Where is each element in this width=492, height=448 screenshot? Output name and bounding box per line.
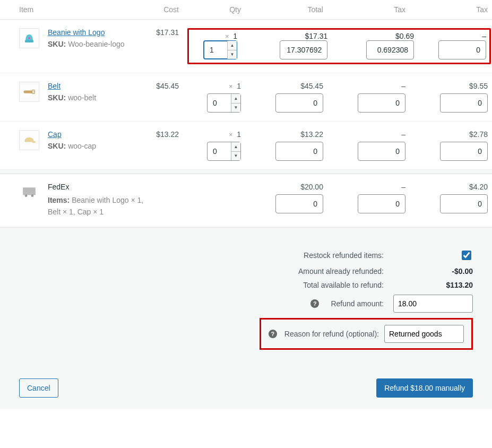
product-thumbnail[interactable]	[19, 82, 39, 102]
shipping-refund-tax2-input[interactable]	[440, 194, 488, 213]
shipping-refund-tax1-display: –	[332, 183, 405, 191]
refund-total-display: $13.22	[249, 130, 323, 139]
refund-total-cell: $13.22	[245, 122, 327, 170]
svg-rect-0	[25, 40, 33, 42]
refund-tax1-display: –	[332, 82, 405, 90]
svg-point-6	[25, 194, 28, 197]
header-qty: Qty	[183, 0, 245, 20]
refund-tax1-display: –	[332, 130, 405, 139]
available-refund-row: Total available to refund: $113.20	[19, 281, 473, 289]
cost-cell: $17.31	[152, 20, 183, 73]
stepper-down-icon[interactable]: ▼	[231, 104, 240, 113]
product-link[interactable]: Cap	[48, 130, 62, 139]
svg-point-1	[28, 37, 30, 39]
refund-tax1-input[interactable]	[358, 93, 405, 113]
refund-manually-button[interactable]: Refund $18.00 manually	[376, 378, 473, 398]
item-name-cell: CapSKU: woo-cap	[44, 122, 152, 170]
product-link[interactable]: Beanie with Logo	[48, 28, 105, 37]
refund-tax1-input[interactable]	[366, 40, 414, 59]
header-tax2: Tax	[410, 0, 492, 20]
cost-cell: $13.22	[152, 122, 183, 170]
truck-icon	[19, 183, 39, 197]
shipping-refund-tax2-cell: $4.20	[410, 174, 492, 227]
product-link[interactable]: Belt	[48, 82, 61, 90]
refund-tax2-cell: $9.55	[410, 73, 492, 122]
table-row: CapSKU: woo-cap$13.22× 1▲▼$13.22–$2.78	[0, 122, 492, 170]
already-refunded-label: Amount already refunded:	[298, 267, 384, 275]
refund-actions: Cancel Refund $18.00 manually	[0, 371, 492, 409]
items-table: Item Cost Qty Total Tax Tax Beanie with …	[0, 0, 492, 227]
refund-tax2-input[interactable]	[440, 93, 488, 113]
refund-amount-label: Refund amount:	[331, 299, 384, 308]
refund-total-input[interactable]	[275, 93, 323, 113]
refund-total-display: $17.31	[305, 32, 328, 40]
refund-qty-cell: × 1▲▼	[183, 122, 245, 170]
refund-reason-row: ? Reason for refund (optional):	[19, 318, 473, 350]
shipping-refund-total-input[interactable]	[275, 194, 323, 213]
sku-label: SKU:	[48, 142, 66, 150]
refund-total-cell: $45.45	[245, 73, 327, 122]
refund-tax1-display: $0.69	[395, 32, 414, 40]
refund-reason-label: Reason for refund (optional):	[284, 330, 379, 338]
refund-tax2-input[interactable]	[440, 142, 488, 161]
refund-total-input[interactable]	[280, 40, 327, 59]
refund-tax2-display: $2.78	[414, 130, 488, 139]
shipping-refund-tax2-display: $4.20	[414, 183, 488, 191]
stepper-down-icon[interactable]: ▼	[231, 152, 240, 161]
already-refunded-value: -$0.00	[393, 267, 473, 275]
restock-checkbox[interactable]	[462, 251, 471, 260]
refund-qty-cell: × 1▲▼	[183, 73, 245, 122]
item-name-cell: BeltSKU: woo-belt	[44, 73, 152, 122]
refund-highlight-group: × 1▲▼$17.31$0.69–	[183, 20, 492, 73]
stepper-up-icon[interactable]: ▲	[231, 142, 240, 152]
refund-qty-display: × 1	[225, 32, 237, 40]
refund-tax1-input[interactable]	[358, 142, 405, 161]
header-cost: Cost	[152, 0, 183, 20]
stepper-down-icon[interactable]: ▼	[228, 50, 237, 59]
restock-label: Restock refunded items:	[304, 251, 384, 260]
product-thumbnail[interactable]	[19, 130, 39, 150]
table-row: Beanie with LogoSKU: Woo-beanie-logo$17.…	[0, 20, 492, 73]
shipping-items-label: Items:	[48, 196, 70, 204]
shipping-refund-total-display: $20.00	[249, 183, 323, 191]
shipping-refund-tax1-input[interactable]	[358, 194, 405, 213]
sku-label: SKU:	[48, 93, 66, 102]
refund-total-input[interactable]	[275, 142, 323, 161]
refund-qty-display: × 1	[187, 82, 241, 90]
cancel-button[interactable]: Cancel	[19, 378, 58, 398]
sku-value: woo-belt	[68, 93, 96, 102]
already-refunded-row: Amount already refunded: -$0.00	[19, 267, 473, 275]
available-refund-value: $113.20	[393, 281, 473, 289]
product-thumbnail[interactable]	[19, 28, 39, 48]
svg-point-4	[32, 141, 36, 143]
refund-tax1-cell: –	[327, 122, 410, 170]
stepper-up-icon[interactable]: ▲	[228, 41, 237, 50]
refund-tax2-display: $9.55	[414, 82, 488, 90]
reason-highlight: ? Reason for refund (optional):	[260, 318, 473, 350]
order-items-panel: Item Cost Qty Total Tax Tax Beanie with …	[0, 0, 492, 409]
shipping-refund-total-cell: $20.00	[245, 174, 327, 227]
svg-rect-3	[32, 90, 34, 94]
refund-tax2-input[interactable]	[438, 40, 486, 59]
help-icon[interactable]: ?	[269, 330, 277, 338]
stepper-up-icon[interactable]: ▲	[231, 94, 240, 104]
table-row: BeltSKU: woo-belt$45.45× 1▲▼$45.45–$9.55	[0, 73, 492, 122]
sku-value: Woo-beanie-logo	[68, 40, 124, 48]
shipping-row: FedExItems: Beanie with Logo × 1, Belt ×…	[0, 174, 492, 227]
header-item: Item	[0, 0, 152, 20]
refund-totals: Restock refunded items: Amount already r…	[0, 227, 492, 371]
refund-reason-input[interactable]	[384, 325, 464, 343]
shipping-name-cell: FedExItems: Beanie with Logo × 1, Belt ×…	[44, 174, 152, 227]
refund-qty-display: × 1	[187, 130, 241, 139]
svg-point-7	[31, 194, 34, 197]
header-total: Total	[245, 0, 327, 20]
refund-tax2-display: –	[482, 32, 486, 40]
help-icon[interactable]: ?	[310, 299, 319, 308]
refund-total-display: $45.45	[249, 82, 323, 90]
available-refund-label: Total available to refund:	[303, 281, 384, 289]
sku-label: SKU:	[48, 40, 66, 48]
shipping-refund-tax1-cell: –	[327, 174, 410, 227]
refund-amount-row: ? Refund amount:	[19, 295, 473, 313]
refund-amount-input[interactable]	[393, 295, 473, 313]
refund-tax2-cell: $2.78	[410, 122, 492, 170]
